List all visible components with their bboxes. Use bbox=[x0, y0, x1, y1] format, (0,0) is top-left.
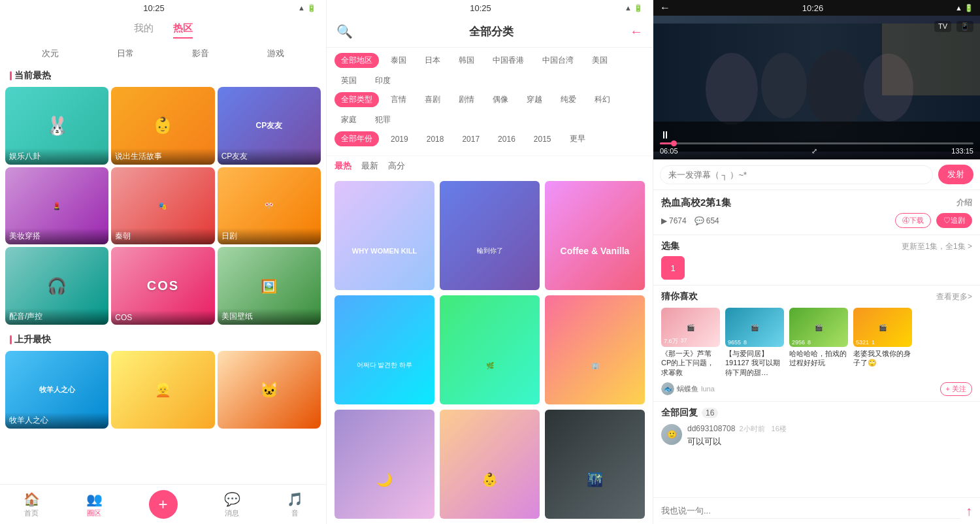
filter-type-romance[interactable]: 言情 bbox=[384, 92, 413, 107]
filter-region-us[interactable]: 美国 bbox=[585, 53, 614, 68]
play-pause-button[interactable]: ⏸ bbox=[660, 129, 670, 141]
like-button[interactable]: ♡追剧 bbox=[936, 213, 972, 228]
list-item[interactable]: Coffee & Vanilla 全20集 咖啡与香草 bbox=[545, 181, 645, 290]
list-item[interactable]: 牧羊人之心 牧羊人之心 bbox=[5, 351, 108, 429]
comment-floor: 16楼 bbox=[772, 424, 787, 434]
filter-type-crime[interactable]: 犯罪 bbox=[368, 112, 397, 127]
sort-hot[interactable]: 最热 bbox=[335, 160, 351, 172]
list-item[interactable]: 🌿 更新至第12集 7.4 吹落的树叶 bbox=[440, 295, 540, 404]
intro-label[interactable]: 介绍 bbox=[956, 197, 972, 208]
danmu-input[interactable] bbox=[660, 165, 933, 184]
filter-region-korea[interactable]: 韩国 bbox=[452, 53, 481, 68]
tv-icon[interactable]: TV bbox=[934, 21, 951, 32]
filter-region-japan[interactable]: 日本 bbox=[418, 53, 447, 68]
filter-region-thailand[interactable]: 泰国 bbox=[384, 53, 413, 68]
filter-type-scifi[interactable]: 科幻 bbox=[588, 92, 617, 107]
list-item[interactable]: 💄 美妆穿搭 bbox=[5, 167, 108, 245]
sub-tab-richang[interactable]: 日常 bbox=[117, 48, 134, 59]
comment-text: 可以可以 bbox=[687, 436, 972, 448]
filter-region-all[interactable]: 全部地区 bbox=[335, 53, 379, 68]
list-item[interactable]: 🎬 7.6万 37 《那一天》芦苇CP的上下问题，求幂救 bbox=[661, 308, 720, 377]
list-item[interactable]: 輪到你了 全20集 9.0 轮到你了 bbox=[440, 181, 540, 290]
list-item[interactable]: 🎬 9655 8 【与爱同居】191127 我可以期待下周的甜… bbox=[725, 308, 784, 377]
nav-add-button[interactable]: + bbox=[149, 490, 178, 519]
sub-tab-yingyin[interactable]: 影音 bbox=[192, 48, 209, 59]
list-item[interactable]: 🎧 配音/声控 bbox=[5, 247, 108, 325]
list-item[interactable]: 🎌 日剧 bbox=[218, 167, 321, 245]
back-icon[interactable]: ← bbox=[630, 24, 643, 39]
user-name: 蜗蝶鱼 bbox=[677, 384, 698, 394]
p3-time: 10:26 bbox=[802, 3, 824, 13]
progress-bar[interactable] bbox=[660, 142, 973, 144]
filter-year-2019[interactable]: 2019 bbox=[384, 133, 415, 146]
message-icon: 💬 bbox=[224, 491, 240, 507]
rec-comment: 8 bbox=[743, 339, 747, 346]
list-item[interactable]: 🎬 2956 8 哈哈哈哈，拍戏的过程好好玩 bbox=[789, 308, 848, 377]
sort-score[interactable]: 高分 bbox=[388, 160, 405, 172]
list-item[interactable]: COS COS bbox=[111, 247, 214, 325]
commenter-avatar: 🙂 bbox=[661, 424, 682, 445]
nav-home[interactable]: 🏠 首页 bbox=[24, 491, 40, 518]
grid-label: 牧羊人之心 bbox=[5, 412, 108, 429]
filter-type-drama[interactable]: 剧情 bbox=[452, 92, 481, 107]
filter-year-earlier[interactable]: 更早 bbox=[563, 131, 592, 146]
sort-new[interactable]: 最新 bbox=[361, 160, 378, 172]
comment-input[interactable] bbox=[661, 503, 960, 519]
filter-region-hk[interactable]: 中国香港 bbox=[486, 53, 531, 68]
filter-type-comedy[interactable]: 喜剧 bbox=[418, 92, 447, 107]
list-item[interactable]: 🏢 全20集 8.5 金宵大厦 粤语版 bbox=[545, 295, 645, 404]
filter-region-india[interactable]: 印度 bbox=[368, 73, 397, 88]
list-item[interactable]: 🐰 娱乐八卦 bbox=[5, 87, 108, 165]
episode-more[interactable]: 更新至1集，全1集 > bbox=[902, 241, 972, 252]
nav-message[interactable]: 💬 消息 bbox=[224, 491, 240, 518]
video-frame bbox=[653, 24, 980, 152]
filter-year-all[interactable]: 全部年份 bbox=[335, 131, 379, 146]
list-item[interactable]: 🎬 5321 1 老婆我又饿你的身子了🙄 bbox=[853, 308, 912, 377]
filter-type-idol[interactable]: 偶像 bbox=[486, 92, 515, 107]
rec-comment: 8 bbox=[808, 339, 811, 346]
filter-type-fantasy[interactable]: 穿越 bbox=[520, 92, 549, 107]
filter-year-2017[interactable]: 2017 bbox=[455, 133, 486, 146]
sub-tab-youxi[interactable]: 游戏 bbox=[267, 48, 284, 59]
video-player: TV 📱 ⏸ 06:05 ⤢ 133:15 bbox=[653, 16, 980, 159]
list-item[interactable]: 👶 bbox=[440, 410, 540, 519]
nav-circle[interactable]: 👥 圈区 bbox=[86, 491, 103, 518]
recommend-section: 猜你喜欢 查看更多> 🎬 7.6万 37 《那一天》芦苇CP的上下问题，求幂救 … bbox=[653, 286, 980, 402]
tab-mine[interactable]: 我的 bbox=[134, 20, 154, 39]
filter-year-2015[interactable]: 2015 bbox=[527, 133, 558, 146]
list-item[interactable]: 🐱 bbox=[218, 351, 321, 429]
filter-year-2018[interactable]: 2018 bbox=[420, 133, 451, 146]
list-item[interactable]: 🌙 bbox=[335, 410, 434, 519]
list-item[interactable]: 👶 说出生活故事 bbox=[111, 87, 214, 165]
danmu-send-button[interactable]: 发射 bbox=[938, 165, 973, 184]
list-item[interactable]: 🌃 bbox=[545, 410, 645, 519]
filter-region-uk[interactable]: 英国 bbox=[335, 73, 363, 88]
search-icon[interactable]: 🔍 bbox=[336, 24, 353, 39]
sub-tab-ciyuan[interactable]: 次元 bbox=[42, 48, 59, 59]
list-item[interactable]: 👱 bbox=[111, 351, 214, 429]
comment-send-icon[interactable]: ↑ bbox=[966, 504, 972, 519]
list-item[interactable]: CP友友 CP友友 bbox=[218, 87, 321, 165]
follow-button[interactable]: + 关注 bbox=[940, 382, 972, 396]
filter-type-all[interactable]: 全部类型 bbox=[335, 92, 379, 107]
grid-label: 美国壁纸 bbox=[218, 308, 321, 325]
cast-icon[interactable]: 📱 bbox=[956, 21, 973, 32]
list-item[interactable]: 어쩌다 발견한 하루 全16集 偶然发现的一天 bbox=[335, 295, 434, 404]
list-item[interactable]: 🎭 秦朝 bbox=[111, 167, 214, 245]
list-item[interactable]: WHY WOMEN KILL 全21集 致命女人 第一季 bbox=[335, 181, 434, 290]
user-subname: luna bbox=[701, 385, 715, 393]
filter-region-tw[interactable]: 中国台湾 bbox=[536, 53, 580, 68]
recommend-more[interactable]: 查看更多> bbox=[936, 291, 972, 303]
recommend-list: 🎬 7.6万 37 《那一天》芦苇CP的上下问题，求幂救 🎬 9655 8 【 bbox=[661, 308, 972, 377]
p3-back-icon[interactable]: ← bbox=[660, 2, 670, 14]
video-info: 热血高校2第1集 介绍 ▶ 7674 💬 654 ④下载 ♡追剧 bbox=[653, 190, 980, 235]
filter-type-family[interactable]: 家庭 bbox=[335, 112, 363, 127]
filter-year-2016[interactable]: 2016 bbox=[491, 133, 522, 146]
filter-type-love[interactable]: 纯爱 bbox=[554, 92, 583, 107]
nav-music[interactable]: 🎵 音 bbox=[287, 491, 303, 518]
fullscreen-icon[interactable]: ⤢ bbox=[811, 147, 817, 156]
download-button[interactable]: ④下载 bbox=[895, 213, 931, 228]
list-item[interactable]: 🖼️ 美国壁纸 bbox=[218, 247, 321, 325]
episode-1[interactable]: 1 bbox=[661, 256, 685, 280]
tab-hot[interactable]: 热区 bbox=[173, 20, 193, 39]
